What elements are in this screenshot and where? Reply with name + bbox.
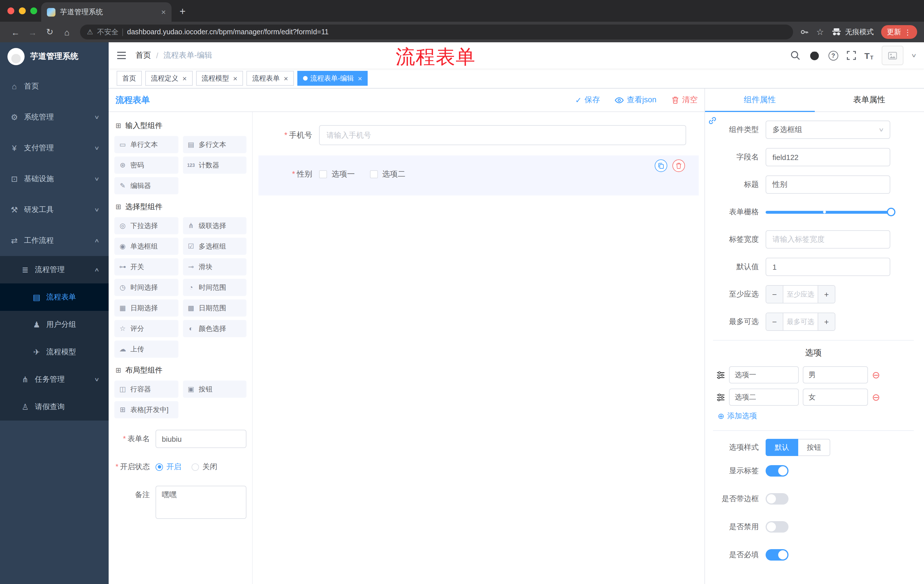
tag-close-icon[interactable]: × [284, 74, 288, 82]
label-width-input[interactable]: 请输入标签宽度 [766, 230, 890, 248]
option-value-input[interactable]: 女 [803, 388, 868, 406]
palette-item-date-picker[interactable]: ▦日期选择 [114, 299, 178, 317]
border-toggle[interactable] [766, 493, 789, 505]
palette-item-date-range[interactable]: ▩日期范围 [183, 299, 246, 317]
sidebar-item-home[interactable]: ⌂ 首页 [0, 71, 109, 102]
decrease-button[interactable]: − [766, 286, 783, 303]
checkbox-option-2[interactable]: 选项二 [370, 169, 405, 179]
min-select-stepper[interactable]: − 至少应选 + [766, 285, 835, 303]
sidebar-item-workflow[interactable]: ⇄ 工作流程 ∧ [0, 225, 109, 256]
default-value-input[interactable]: 1 [766, 258, 890, 276]
save-button[interactable]: ✓ 保存 [575, 95, 600, 105]
palette-item-table[interactable]: ⊞表格[开发中] [114, 401, 178, 418]
drag-handle-icon[interactable] [716, 393, 725, 401]
tag-close-icon[interactable]: × [358, 74, 362, 82]
form-name-input[interactable]: biubiu [155, 430, 246, 448]
sidebar-item-infrastructure[interactable]: ⊡ 基础设施 ∨ [0, 163, 109, 194]
option-style-default-button[interactable]: 默认 [766, 439, 798, 456]
bookmark-star-icon[interactable]: ☆ [816, 27, 824, 37]
palette-item-editor[interactable]: ✎编辑器 [114, 177, 178, 194]
font-size-icon[interactable]: TT [864, 51, 873, 60]
remove-option-icon[interactable]: ⊖ [872, 370, 880, 380]
remark-textarea[interactable]: 嘿嘿 [155, 486, 246, 519]
palette-item-checkbox-group[interactable]: ☑多选框组 [183, 238, 246, 255]
sidebar-item-devtools[interactable]: ⚒ 研发工具 ∨ [0, 194, 109, 225]
browser-home-icon[interactable]: ⌂ [58, 27, 76, 37]
option-label-input[interactable]: 选项一 [729, 366, 799, 383]
checkbox-option-1[interactable]: 选项一 [319, 169, 355, 179]
palette-item-slider[interactable]: ⊸滑块 [183, 258, 246, 275]
palette-item-row-container[interactable]: ◫行容器 [114, 380, 178, 398]
sidebar-item-user-group[interactable]: ♟ 用户分组 [0, 311, 109, 338]
window-close-button[interactable] [7, 7, 14, 14]
forward-icon[interactable]: → [24, 27, 41, 37]
tag-process-form[interactable]: 流程表单 × [246, 71, 294, 86]
sidebar-item-payment[interactable]: ¥ 支付管理 ∨ [0, 133, 109, 163]
copy-component-button[interactable] [655, 160, 667, 172]
drag-handle-icon[interactable] [716, 371, 725, 378]
tag-process-definition[interactable]: 流程定义 × [145, 71, 192, 86]
sidebar-item-task-management[interactable]: ⋔ 任务管理 ∨ [0, 366, 109, 393]
reload-icon[interactable]: ↻ [41, 27, 58, 37]
gender-field-selected[interactable]: *性别 选项一 选项二 [259, 155, 699, 196]
browser-menu-icon[interactable]: ⋮ [904, 28, 911, 36]
option-value-input[interactable]: 男 [803, 366, 868, 383]
clear-button[interactable]: 清空 [671, 95, 698, 105]
palette-item-radio-group[interactable]: ◉单选框组 [114, 238, 178, 255]
option-style-button-button[interactable]: 按钮 [798, 439, 830, 456]
slider-handle[interactable] [887, 208, 895, 216]
status-off-radio[interactable]: 关闭 [191, 458, 217, 476]
tab-form-props[interactable]: 表单属性 [815, 89, 924, 112]
palette-item-rate[interactable]: ☆评分 [114, 320, 178, 337]
remove-option-icon[interactable]: ⊖ [872, 392, 880, 402]
palette-item-switch[interactable]: ⊶开关 [114, 258, 178, 275]
address-bar[interactable]: ⚠ 不安全 dashboard.yudao.iocoder.cn/bpm/man… [80, 25, 793, 39]
increase-button[interactable]: + [818, 313, 835, 330]
disabled-toggle[interactable] [766, 521, 789, 533]
window-minimize-button[interactable] [19, 7, 26, 14]
palette-item-time-picker[interactable]: ◷时间选择 [114, 279, 178, 296]
palette-item-button[interactable]: ▣按钮 [183, 380, 246, 398]
palette-item-counter[interactable]: 123计数器 [183, 156, 246, 174]
decrease-button[interactable]: − [766, 313, 783, 330]
field-name-input[interactable]: field122 [766, 148, 890, 166]
tag-process-form-edit[interactable]: 流程表单-编辑 × [297, 71, 368, 86]
tag-home[interactable]: 首页 [117, 71, 142, 86]
sidebar-item-leave-query[interactable]: ♙ 请假查询 [0, 393, 109, 421]
window-zoom-button[interactable] [30, 7, 37, 14]
palette-item-password[interactable]: ⊛密码 [114, 156, 178, 174]
increase-button[interactable]: + [818, 286, 835, 303]
help-icon[interactable]: ? [828, 51, 838, 60]
avatar-caret-icon[interactable]: ∨ [911, 53, 917, 58]
phone-field[interactable]: *手机号 请输入手机号 [259, 119, 699, 151]
hamburger-icon[interactable] [117, 51, 126, 59]
tab-component-props[interactable]: 组件属性 [705, 89, 815, 112]
palette-item-input[interactable]: ▭单行文本 [114, 136, 178, 153]
back-icon[interactable]: ← [7, 27, 24, 37]
sidebar-item-system[interactable]: ⚙ 系统管理 ∨ [0, 102, 109, 133]
sidebar-item-process-model[interactable]: ✈ 流程模型 [0, 338, 109, 366]
palette-item-color-picker[interactable]: ◐颜色选择 [183, 320, 246, 337]
palette-item-select[interactable]: ◎下拉选择 [114, 217, 178, 234]
view-json-button[interactable]: 查看json [615, 95, 657, 105]
palette-item-upload[interactable]: ☁上传 [114, 341, 178, 358]
password-key-icon[interactable] [800, 28, 809, 36]
required-toggle[interactable] [766, 549, 789, 561]
sidebar-item-process-management[interactable]: ≣ 流程管理 ∧ [0, 256, 109, 283]
status-on-radio[interactable]: 开启 [155, 458, 181, 476]
component-type-select[interactable]: 多选框组 ∨ [766, 120, 890, 139]
tag-close-icon[interactable]: × [233, 74, 237, 82]
sidebar-item-process-form[interactable]: ▤ 流程表单 [0, 283, 109, 311]
fullscreen-icon[interactable] [846, 51, 856, 60]
breadcrumb-home[interactable]: 首页 [135, 50, 151, 61]
tag-close-icon[interactable]: × [182, 74, 187, 82]
github-icon[interactable] [809, 50, 820, 61]
max-select-stepper[interactable]: − 最多可选 + [766, 313, 835, 331]
grid-slider[interactable] [766, 203, 894, 221]
show-label-toggle[interactable] [766, 465, 789, 477]
palette-item-textarea[interactable]: ▤多行文本 [183, 136, 246, 153]
title-input[interactable]: 性别 [766, 175, 890, 194]
tab-close-icon[interactable]: × [161, 7, 166, 16]
new-tab-button[interactable]: + [180, 6, 186, 18]
phone-input[interactable]: 请输入手机号 [319, 125, 686, 145]
